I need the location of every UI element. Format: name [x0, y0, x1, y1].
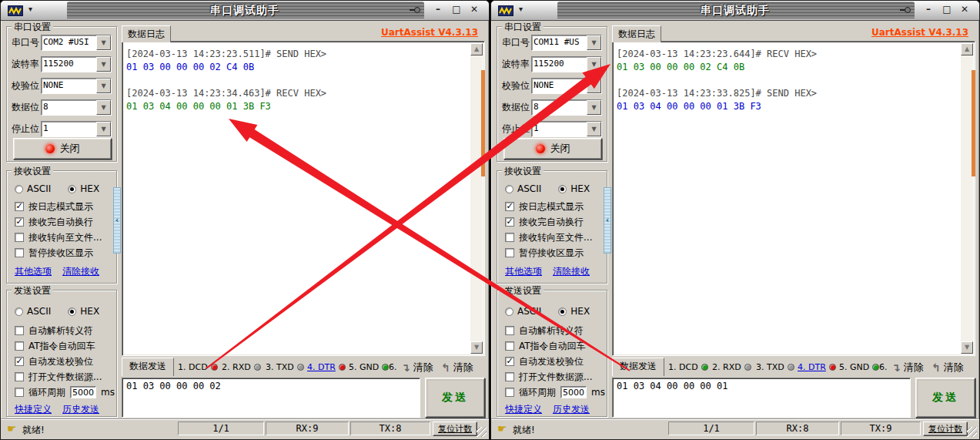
cycle-period-input[interactable]: 5000 — [560, 386, 587, 398]
checkbox-pause-display[interactable]: 暂停接收区显示 — [505, 247, 584, 259]
parity-select[interactable]: NONE ▼ — [41, 78, 112, 94]
pin-icon[interactable] — [899, 4, 911, 16]
collapse-panel-handle[interactable]: ‹ — [604, 187, 611, 254]
maximize-button[interactable]: □ — [449, 4, 464, 17]
side-expand-strip[interactable] — [972, 70, 975, 176]
checkbox-label: 循环周期 — [28, 386, 65, 399]
databits-select[interactable]: 8 ▼ — [531, 99, 602, 116]
recv-ascii-radio[interactable]: ASCII — [15, 183, 51, 194]
dropdown-icon[interactable]: ▼ — [587, 122, 601, 136]
dropdown-icon[interactable]: ▼ — [96, 57, 111, 72]
version-link[interactable]: UartAssist V4.3.13 — [381, 27, 478, 38]
scroll-up-icon[interactable]: ▲ — [470, 43, 483, 55]
port-select[interactable]: COM2 #USI ▼ — [41, 35, 112, 51]
recv-hex-radio[interactable]: HEX — [558, 183, 590, 194]
clear-send-button[interactable]: ↰ 清除 — [441, 361, 473, 375]
resize-grip[interactable] — [477, 427, 487, 437]
minimize-button[interactable]: – — [430, 4, 446, 17]
send-data-input[interactable]: 01 03 04 00 00 00 01 — [612, 378, 911, 418]
dropdown-icon[interactable]: ▼ — [587, 35, 601, 50]
pin-icon[interactable] — [409, 4, 421, 16]
checkbox — [505, 357, 514, 366]
checkbox-pause-display[interactable]: 暂停接收区显示 — [15, 247, 93, 259]
tab-data-send[interactable]: 数据发送 — [122, 358, 174, 376]
checkbox-escape-parse[interactable]: 自动解析转义符 — [15, 324, 93, 337]
clear-receive-link[interactable]: 清除接收 — [62, 265, 99, 278]
dropdown-icon[interactable]: ▼ — [587, 79, 601, 93]
checkbox-escape-parse[interactable]: 自动解析转义符 — [505, 324, 584, 337]
stopbits-select[interactable]: 1 ▼ — [531, 121, 602, 137]
send-data-input[interactable]: 01 03 00 00 00 02 — [122, 378, 420, 418]
checkbox-redirect-file[interactable]: 接收转向至文件... — [505, 231, 592, 244]
window-close-button[interactable]: ✕ — [957, 4, 972, 17]
history-send-link[interactable]: 历史发送 — [62, 403, 99, 416]
send-button[interactable]: 发送 — [425, 378, 485, 418]
checkbox-at-cr[interactable]: AT指令自动回车 — [15, 340, 95, 352]
reset-count-button[interactable]: 复位计数 — [433, 422, 477, 436]
checkbox-at-cr[interactable]: AT指令自动回车 — [505, 340, 586, 352]
other-options-link[interactable]: 其他选项 — [505, 265, 542, 278]
tab-data-send[interactable]: 数据发送 — [612, 358, 664, 376]
window-close-button[interactable]: ✕ — [467, 4, 482, 17]
scroll-down-icon[interactable]: ▼ — [470, 341, 483, 354]
checkbox-auto-newline[interactable]: 接收完自动换行 — [505, 216, 584, 228]
checkbox-redirect-file[interactable]: 接收转向至文件... — [15, 231, 102, 244]
tab-data-log[interactable]: 数据日志 — [612, 25, 661, 42]
databits-select[interactable]: 8 ▼ — [41, 99, 112, 116]
port-select[interactable]: COM11 #US ▼ — [531, 35, 602, 51]
indicator-dtr-link[interactable]: 4. DTR — [798, 362, 826, 372]
quick-define-link[interactable]: 快捷定义 — [505, 403, 542, 416]
dropdown-icon[interactable]: ▼ — [96, 122, 111, 136]
send-hex-radio[interactable]: HEX — [68, 306, 99, 317]
checkbox-file-source[interactable]: 打开文件数据源... — [15, 371, 102, 383]
other-options-link[interactable]: 其他选项 — [15, 265, 52, 278]
checkbox-auto-checksum[interactable]: 自动发送校验位 — [505, 355, 584, 368]
tab-data-log[interactable]: 数据日志 — [122, 25, 171, 42]
reset-count-button[interactable]: 复位计数 — [923, 422, 968, 436]
checkbox-cycle-period[interactable]: 循环周期 5000 ms — [505, 386, 605, 398]
recv-hex-radio[interactable]: HEX — [68, 183, 99, 194]
dropdown-icon[interactable]: ▼ — [587, 100, 601, 115]
scroll-up-icon[interactable]: ▲ — [961, 43, 973, 55]
checkbox-log-mode[interactable]: 按日志模式显示 — [505, 200, 584, 213]
clear-receive-link[interactable]: 清除接收 — [553, 265, 590, 278]
parity-select[interactable]: NONE ▼ — [531, 78, 602, 94]
data-log-area[interactable]: [2024-03-13 14:23:23.511]# SEND HEX> 01 … — [122, 41, 485, 356]
maximize-button[interactable]: □ — [939, 4, 955, 17]
titlebar[interactable]: ▾ 串口调试助手 – □ ✕ — [491, 1, 979, 21]
data-log-area[interactable]: [2024-03-13 14:23:23.644]# RECV HEX> 01 … — [612, 41, 975, 356]
minimize-button[interactable]: – — [921, 4, 936, 17]
cycle-period-input[interactable]: 5000 — [70, 386, 96, 398]
quick-define-link[interactable]: 快捷定义 — [15, 403, 52, 416]
baud-select[interactable]: 115200 ▼ — [531, 56, 602, 72]
resize-grip[interactable] — [967, 427, 977, 437]
dropdown-icon[interactable]: ▼ — [96, 79, 111, 93]
send-ascii-radio[interactable]: ASCII — [15, 306, 51, 317]
close-port-button[interactable]: 关闭 — [503, 138, 602, 160]
baud-select[interactable]: 115200 ▼ — [41, 56, 112, 72]
clear-receive-button[interactable]: ↴ 清除 — [401, 361, 433, 375]
checkbox-file-source[interactable]: 打开文件数据源... — [505, 371, 592, 383]
titlebar[interactable]: ▾ 串口调试助手 – □ ✕ — [1, 1, 489, 21]
clear-receive-button[interactable]: ↴ 清除 — [891, 361, 924, 375]
send-hex-radio[interactable]: HEX — [558, 306, 590, 317]
version-link[interactable]: UartAssist V4.3.13 — [871, 27, 968, 38]
indicator-dtr-link[interactable]: 4. DTR — [307, 362, 336, 372]
side-expand-strip[interactable] — [481, 70, 485, 176]
send-ascii-radio[interactable]: ASCII — [505, 306, 541, 317]
recv-ascii-radio[interactable]: ASCII — [505, 183, 541, 194]
dropdown-icon[interactable]: ▼ — [587, 57, 601, 72]
checkbox-log-mode[interactable]: 按日志模式显示 — [15, 200, 93, 213]
history-send-link[interactable]: 历史发送 — [553, 403, 590, 416]
checkbox-auto-newline[interactable]: 接收完自动换行 — [15, 216, 93, 228]
dropdown-icon[interactable]: ▼ — [96, 35, 111, 50]
checkbox-cycle-period[interactable]: 循环周期 5000 ms — [15, 386, 115, 398]
send-button[interactable]: 发送 — [915, 378, 975, 418]
collapse-panel-handle[interactable]: ‹ — [113, 187, 121, 254]
close-port-button[interactable]: 关闭 — [13, 138, 112, 160]
dropdown-icon[interactable]: ▼ — [96, 100, 111, 115]
stopbits-select[interactable]: 1 ▼ — [41, 121, 112, 137]
clear-send-button[interactable]: ↰ 清除 — [932, 361, 964, 375]
scroll-down-icon[interactable]: ▼ — [961, 341, 973, 354]
checkbox-auto-checksum[interactable]: 自动发送校验位 — [15, 355, 93, 368]
